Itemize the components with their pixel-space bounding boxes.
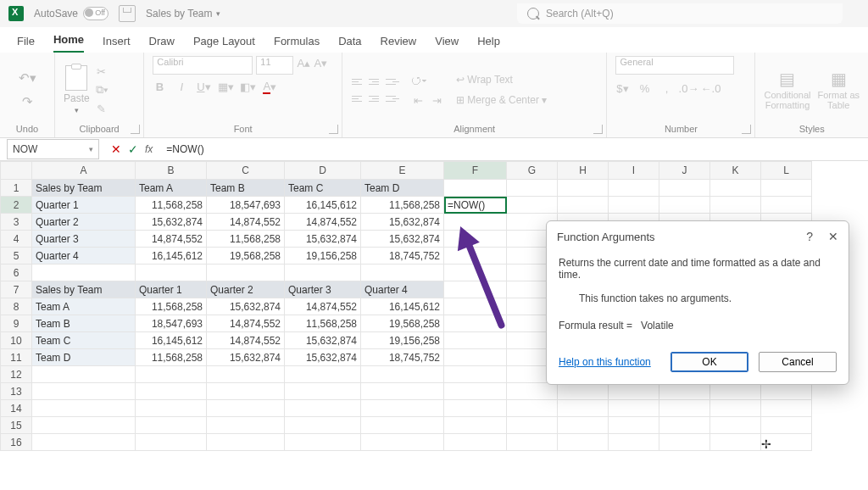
border-icon[interactable]: ▦▾ [219,80,232,93]
cell-G2[interactable] [507,197,558,214]
tab-data[interactable]: Data [338,35,361,53]
cell-E13[interactable] [361,383,444,400]
row-header-6[interactable]: 6 [1,264,32,281]
cell-F5[interactable] [444,248,507,264]
row-header-2[interactable]: 2 [1,197,32,214]
cut-icon[interactable]: ✂ [95,64,108,78]
cell-E5[interactable]: 18,745,752 [361,248,444,264]
row-header-10[interactable]: 10 [1,332,32,349]
col-header-D[interactable]: D [285,162,361,180]
cell-D7[interactable]: Quarter 3 [285,281,361,298]
cell-C6[interactable] [207,264,285,281]
cell-J2[interactable] [659,197,710,214]
cell-B13[interactable] [136,383,207,400]
cell-D3[interactable]: 14,874,552 [285,214,361,231]
document-name[interactable]: Sales by Team ▾ [146,8,220,19]
cell-A4[interactable]: Quarter 3 [32,231,136,248]
cell-K14[interactable] [710,400,761,417]
cell-L16[interactable] [761,434,812,451]
cell-F15[interactable] [444,417,507,434]
cell-H14[interactable] [558,400,609,417]
cell-E10[interactable]: 19,156,258 [361,332,444,349]
cancel-button[interactable]: Cancel [759,352,837,372]
autosave-toggle[interactable]: AutoSave Off [34,7,108,20]
cell-B4[interactable]: 14,874,552 [136,231,207,248]
underline-icon[interactable]: U▾ [197,80,210,93]
row-header-8[interactable]: 8 [1,298,32,315]
decrease-font-icon[interactable]: A▾ [314,56,327,70]
cell-I16[interactable] [609,434,659,451]
cell-H15[interactable] [558,417,609,434]
paste-button[interactable]: Paste▾ [64,65,90,114]
cell-B3[interactable]: 15,632,874 [136,214,207,231]
cell-D14[interactable] [285,400,361,417]
cell-K1[interactable] [710,180,761,197]
cell-J1[interactable] [659,180,710,197]
cell-K13[interactable] [710,383,761,400]
cell-K16[interactable] [710,434,761,451]
cell-D8[interactable]: 14,874,552 [285,298,361,315]
cell-F14[interactable] [444,400,507,417]
ok-button[interactable]: OK [670,352,748,372]
font-size-combo[interactable]: 11 [256,56,293,75]
enter-formula-icon[interactable]: ✓ [128,142,138,156]
cell-A8[interactable]: Team A [32,298,136,315]
col-header-G[interactable]: G [507,162,558,180]
copy-icon[interactable]: ⧉▾ [95,83,108,97]
col-header-I[interactable]: I [609,162,659,180]
row-header-4[interactable]: 4 [1,231,32,248]
cell-A16[interactable] [32,434,136,451]
cell-A14[interactable] [32,400,136,417]
cell-F4[interactable] [444,231,507,248]
row-header-3[interactable]: 3 [1,214,32,231]
cell-D11[interactable]: 15,632,874 [285,349,361,366]
row-header-13[interactable]: 13 [1,383,32,400]
cell-A11[interactable]: Team D [32,349,136,366]
cell-C5[interactable]: 19,568,258 [207,248,285,264]
cell-B11[interactable]: 11,568,258 [136,349,207,366]
cell-K2[interactable] [710,197,761,214]
cell-H2[interactable] [558,197,609,214]
cell-D6[interactable] [285,264,361,281]
cell-C12[interactable] [207,366,285,383]
cell-B1[interactable]: Team A [136,180,207,197]
wrap-text-button[interactable]: ↩ Wrap Text [456,74,547,86]
cell-C10[interactable]: 14,874,552 [207,332,285,349]
cell-D10[interactable]: 15,632,874 [285,332,361,349]
tab-file[interactable]: File [17,35,35,53]
cell-H16[interactable] [558,434,609,451]
cell-F11[interactable] [444,349,507,366]
cell-A1[interactable]: Sales by Team [32,180,136,197]
cell-C9[interactable]: 14,874,552 [207,315,285,332]
tab-view[interactable]: View [435,35,459,53]
cell-E8[interactable]: 16,145,612 [361,298,444,315]
cell-F6[interactable] [444,264,507,281]
cell-L15[interactable] [761,417,812,434]
alignment-launcher-icon[interactable] [593,125,603,134]
tab-page-layout[interactable]: Page Layout [193,35,255,53]
cell-E16[interactable] [361,434,444,451]
col-header-H[interactable]: H [558,162,609,180]
cell-F12[interactable] [444,366,507,383]
fill-color-icon[interactable]: ◧▾ [241,80,254,93]
cell-G13[interactable] [507,383,558,400]
cell-B9[interactable]: 18,547,693 [136,315,207,332]
cell-D5[interactable]: 19,156,258 [285,248,361,264]
cell-C1[interactable]: Team B [207,180,285,197]
cell-E6[interactable] [361,264,444,281]
comma-icon[interactable]: , [659,81,673,95]
cell-E7[interactable]: Quarter 4 [361,281,444,298]
cell-C3[interactable]: 14,874,552 [207,214,285,231]
currency-icon[interactable]: $▾ [615,81,629,95]
cell-C8[interactable]: 15,632,874 [207,298,285,315]
col-header-C[interactable]: C [207,162,285,180]
cell-F13[interactable] [444,383,507,400]
cell-G15[interactable] [507,417,558,434]
cell-D9[interactable]: 11,568,258 [285,315,361,332]
cell-C14[interactable] [207,400,285,417]
tab-help[interactable]: Help [477,35,500,53]
increase-indent-icon[interactable]: ⇥ [431,93,444,107]
row-header-15[interactable]: 15 [1,417,32,434]
cell-D4[interactable]: 15,632,874 [285,231,361,248]
cell-L13[interactable] [761,383,812,400]
